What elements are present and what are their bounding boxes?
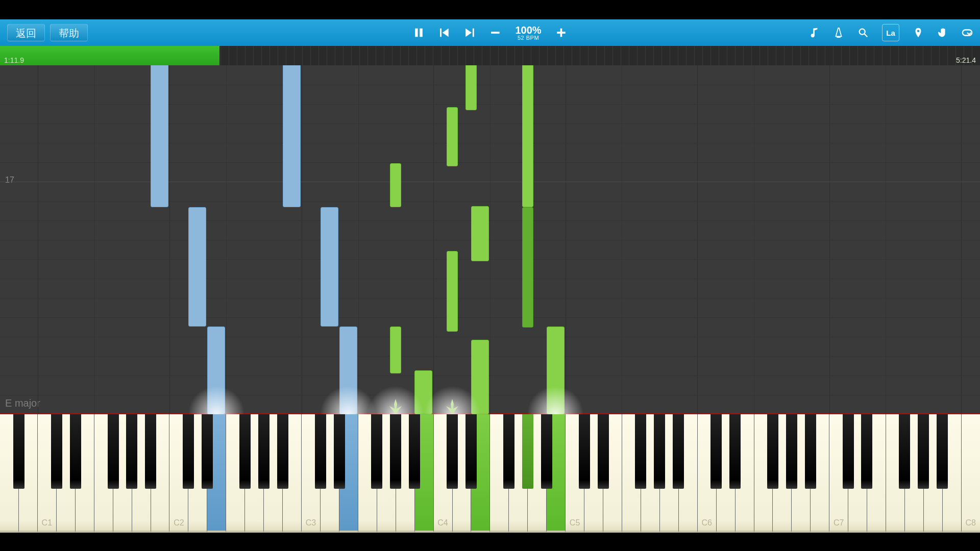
black-key[interactable]	[108, 414, 119, 489]
svg-rect-1	[420, 29, 423, 37]
falling-note	[339, 327, 357, 414]
black-key[interactable]	[579, 414, 590, 489]
tempo-bpm: 52 BPM	[518, 35, 539, 41]
hand-icon[interactable]	[937, 27, 948, 38]
black-key[interactable]	[239, 414, 251, 489]
label-toggle-button[interactable]: La	[882, 24, 899, 41]
black-key[interactable]	[390, 414, 401, 489]
black-key[interactable]	[654, 414, 665, 489]
key-signature: E major	[5, 397, 40, 409]
toolbar: 返回 帮助 100% 52 BPM La	[0, 19, 980, 46]
black-key[interactable]	[843, 414, 854, 489]
falling-note	[447, 107, 458, 166]
minus-icon[interactable]	[489, 27, 501, 38]
black-key[interactable]	[13, 414, 24, 489]
black-key[interactable]	[541, 414, 552, 489]
black-key[interactable]	[767, 414, 778, 489]
falling-note	[447, 251, 458, 332]
black-key[interactable]	[598, 414, 609, 489]
black-key[interactable]	[805, 414, 816, 489]
piano-keyboard[interactable]: C1C2C3C4C5C6C7C8	[0, 414, 980, 533]
black-key[interactable]	[937, 414, 948, 489]
key-spark	[442, 399, 462, 414]
svg-rect-6	[557, 32, 566, 34]
falling-note	[547, 327, 565, 414]
time-current: 1:11.9	[4, 56, 24, 64]
loop-icon[interactable]	[962, 27, 973, 38]
svg-rect-0	[415, 29, 418, 37]
tempo-display[interactable]: 100% 52 BPM	[515, 25, 541, 41]
black-key[interactable]	[786, 414, 797, 489]
black-key[interactable]	[277, 414, 288, 489]
falling-note	[207, 327, 225, 414]
black-key[interactable]	[503, 414, 514, 489]
next-icon[interactable]	[464, 27, 475, 38]
metronome-icon[interactable]	[833, 27, 844, 38]
black-key[interactable]	[371, 414, 382, 489]
black-key[interactable]	[899, 414, 910, 489]
svg-rect-4	[491, 32, 500, 34]
falling-note	[471, 206, 489, 261]
falling-note	[151, 65, 168, 207]
black-key[interactable]	[334, 414, 345, 489]
falling-note	[414, 370, 432, 414]
octave-label: C3	[306, 518, 316, 528]
falling-note	[522, 65, 533, 207]
black-key[interactable]	[447, 414, 458, 489]
black-key[interactable]	[409, 414, 420, 489]
black-key[interactable]	[202, 414, 213, 489]
svg-rect-2	[440, 29, 442, 37]
falling-note	[465, 65, 477, 110]
black-key[interactable]	[710, 414, 722, 489]
tempo-percent: 100%	[515, 25, 541, 35]
measure-number: 17	[5, 176, 14, 185]
black-key[interactable]	[465, 414, 477, 489]
black-key[interactable]	[258, 414, 270, 489]
music-note-icon[interactable]	[808, 27, 820, 38]
octave-label: C7	[834, 518, 844, 528]
black-key[interactable]	[315, 414, 326, 489]
falling-note	[522, 207, 533, 328]
black-key[interactable]	[70, 414, 81, 489]
black-key[interactable]	[635, 414, 646, 489]
black-key[interactable]	[729, 414, 741, 489]
plus-icon[interactable]	[556, 27, 567, 38]
svg-line-8	[865, 34, 868, 37]
black-key[interactable]	[145, 414, 156, 489]
black-key[interactable]	[51, 414, 62, 489]
note-fall-area: 17 E major	[0, 65, 980, 414]
falling-note	[188, 207, 206, 327]
falling-note	[321, 207, 338, 327]
octave-label: C5	[570, 518, 580, 528]
black-key[interactable]	[918, 414, 929, 489]
black-key[interactable]	[861, 414, 872, 489]
back-button[interactable]: 返回	[7, 24, 45, 41]
octave-label: C8	[966, 518, 976, 528]
black-key[interactable]	[126, 414, 137, 489]
key-spark	[385, 399, 406, 414]
white-key[interactable]: C8	[961, 414, 980, 533]
svg-point-7	[860, 29, 865, 35]
falling-note	[390, 163, 401, 207]
help-button[interactable]: 帮助	[50, 24, 88, 41]
octave-label: C6	[701, 518, 712, 528]
progress-bar[interactable]: 1:11.9 5:21.4	[0, 46, 980, 65]
zoom-icon[interactable]	[857, 27, 869, 38]
pause-icon[interactable]	[413, 27, 424, 38]
svg-rect-3	[473, 29, 474, 37]
octave-label: C1	[42, 518, 52, 528]
bookmark-icon[interactable]	[913, 27, 924, 38]
black-key[interactable]	[673, 414, 684, 489]
octave-label: C2	[174, 518, 184, 528]
falling-note	[471, 340, 489, 414]
octave-label: C4	[437, 518, 448, 528]
falling-note	[283, 65, 301, 207]
time-total: 5:21.4	[956, 56, 976, 64]
falling-note	[390, 327, 401, 373]
black-key[interactable]	[183, 414, 194, 489]
black-key[interactable]	[522, 414, 533, 489]
prev-icon[interactable]	[438, 27, 450, 38]
